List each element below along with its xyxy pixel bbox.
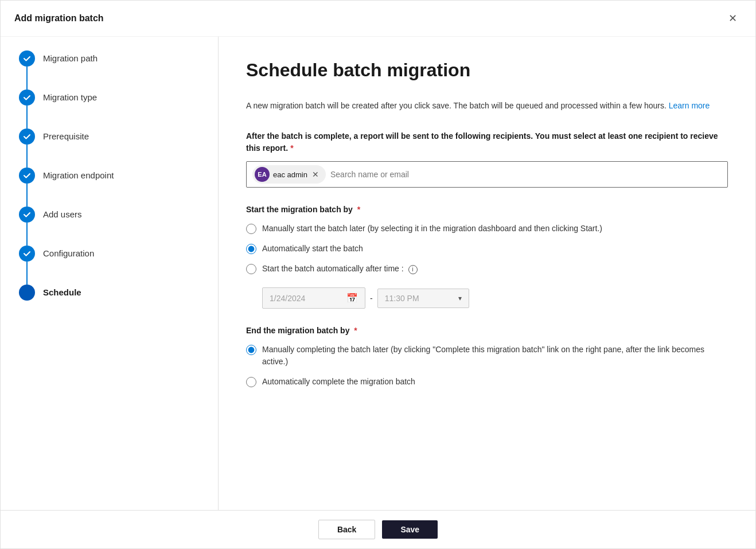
close-button[interactable]: ✕: [724, 10, 742, 27]
end-section-label: End the migration batch by *: [246, 325, 728, 337]
search-input[interactable]: [330, 170, 722, 179]
back-button[interactable]: Back: [318, 520, 375, 539]
end-section: End the migration batch by * Manually co…: [246, 325, 728, 388]
recipient-input-container[interactable]: EA eac admin ✕: [246, 161, 728, 188]
step-icon-schedule: [19, 285, 35, 301]
step-group-migration-path: Migration path: [19, 50, 200, 89]
step-label-migration-path: Migration path: [35, 50, 98, 64]
end-radio-group: Manually completing the batch later (by …: [246, 344, 728, 388]
end-auto-radio[interactable]: [246, 377, 256, 387]
step-icon-col-prerequisite: [19, 129, 35, 168]
start-after-time-radio[interactable]: [246, 264, 256, 274]
step-line-migration-type: [26, 106, 28, 129]
start-section-label: Start the migration batch by *: [246, 204, 728, 216]
step-label-prerequisite: Prerequisite: [35, 129, 89, 142]
step-label-migration-type: Migration type: [35, 89, 97, 103]
required-star-recipients: *: [290, 143, 293, 153]
step-icon-col-configuration: [19, 246, 35, 285]
dialog-body: Migration pathMigration typePrerequisite…: [1, 37, 755, 510]
step-label-add-users: Add users: [35, 207, 82, 220]
required-star-start: *: [355, 205, 360, 214]
step-label-configuration: Configuration: [35, 246, 94, 259]
chip-remove-button[interactable]: ✕: [311, 170, 320, 178]
start-section: Start the migration batch by * Manually …: [246, 204, 728, 309]
end-option-auto[interactable]: Automatically complete the migration bat…: [246, 376, 728, 388]
step-label-schedule: Schedule: [35, 285, 81, 298]
step-icon-migration-path: [19, 50, 35, 67]
step-icon-col-add-users: [19, 207, 35, 246]
end-option-manual[interactable]: Manually completing the batch later (by …: [246, 344, 728, 368]
save-button[interactable]: Save: [382, 520, 438, 539]
step-icon-col-schedule: [19, 285, 35, 301]
step-icon-prerequisite: [19, 129, 35, 145]
chip-name: eac admin: [273, 170, 307, 179]
step-line-migration-endpoint: [26, 184, 28, 207]
start-radio-group: Manually start the batch later (by selec…: [246, 223, 728, 309]
date-placeholder: 1/24/2024: [270, 294, 342, 303]
main-content: Schedule batch migration A new migration…: [219, 37, 755, 510]
step-label-migration-endpoint: Migration endpoint: [35, 168, 114, 181]
step-line-add-users: [26, 223, 28, 246]
time-dropdown[interactable]: 11:30 PM ▾: [377, 289, 469, 308]
step-icon-migration-endpoint: [19, 168, 35, 184]
step-group-schedule: Schedule: [19, 285, 200, 301]
step-line-migration-path: [26, 67, 28, 89]
step-line-configuration: [26, 262, 28, 285]
step-group-add-users: Add users: [19, 207, 200, 246]
date-input-box[interactable]: 1/24/2024 📅: [262, 287, 365, 309]
step-icon-col-migration-type: [19, 89, 35, 129]
start-after-time-label: Start the batch automatically after time…: [262, 263, 418, 275]
start-manual-radio[interactable]: [246, 224, 256, 234]
step-group-migration-endpoint: Migration endpoint: [19, 168, 200, 207]
start-option-auto[interactable]: Automatically start the batch: [246, 243, 728, 255]
info-paragraph: A new migration batch will be created af…: [246, 99, 728, 112]
sidebar: Migration pathMigration typePrerequisite…: [1, 37, 219, 510]
step-icon-add-users: [19, 207, 35, 223]
start-auto-label: Automatically start the batch: [262, 243, 363, 255]
step-icon-configuration: [19, 246, 35, 262]
end-manual-radio[interactable]: [246, 345, 256, 355]
recipients-section: After the batch is complete, a report wi…: [246, 130, 728, 188]
start-option-after-time[interactable]: Start the batch automatically after time…: [246, 263, 728, 275]
date-time-row: 1/24/2024 📅 - 11:30 PM ▾: [262, 287, 728, 309]
avatar: EA: [255, 167, 270, 182]
step-group-configuration: Configuration: [19, 246, 200, 285]
chevron-down-icon: ▾: [458, 294, 462, 302]
start-option-manual[interactable]: Manually start the batch later (by selec…: [246, 223, 728, 235]
recipients-label: After the batch is complete, a report wi…: [246, 130, 728, 154]
dash-separator: -: [370, 294, 373, 303]
required-star-end: *: [352, 326, 357, 335]
step-group-prerequisite: Prerequisite: [19, 129, 200, 168]
steps-container: Migration pathMigration typePrerequisite…: [19, 50, 200, 301]
start-auto-radio[interactable]: [246, 244, 256, 254]
calendar-icon: 📅: [346, 293, 358, 303]
dialog-footer: Back Save: [1, 510, 755, 548]
time-placeholder: 11:30 PM: [385, 294, 454, 303]
step-icon-col-migration-endpoint: [19, 168, 35, 207]
info-icon: i: [408, 265, 418, 274]
dialog-title: Add migration batch: [14, 13, 104, 24]
start-manual-label: Manually start the batch later (by selec…: [262, 223, 602, 235]
step-icon-migration-type: [19, 89, 35, 106]
end-manual-label: Manually completing the batch later (by …: [262, 344, 728, 368]
learn-more-link[interactable]: Learn more: [669, 101, 710, 110]
step-icon-col-migration-path: [19, 50, 35, 89]
info-text-content: A new migration batch will be created af…: [246, 101, 667, 110]
step-group-migration-type: Migration type: [19, 89, 200, 129]
dialog: Add migration batch ✕ Migration pathMigr…: [0, 0, 756, 549]
page-title: Schedule batch migration: [246, 60, 728, 81]
recipient-chip: EA eac admin ✕: [252, 165, 326, 184]
end-auto-label: Automatically complete the migration bat…: [262, 376, 415, 388]
dialog-header: Add migration batch ✕: [1, 1, 755, 37]
step-line-prerequisite: [26, 145, 28, 168]
